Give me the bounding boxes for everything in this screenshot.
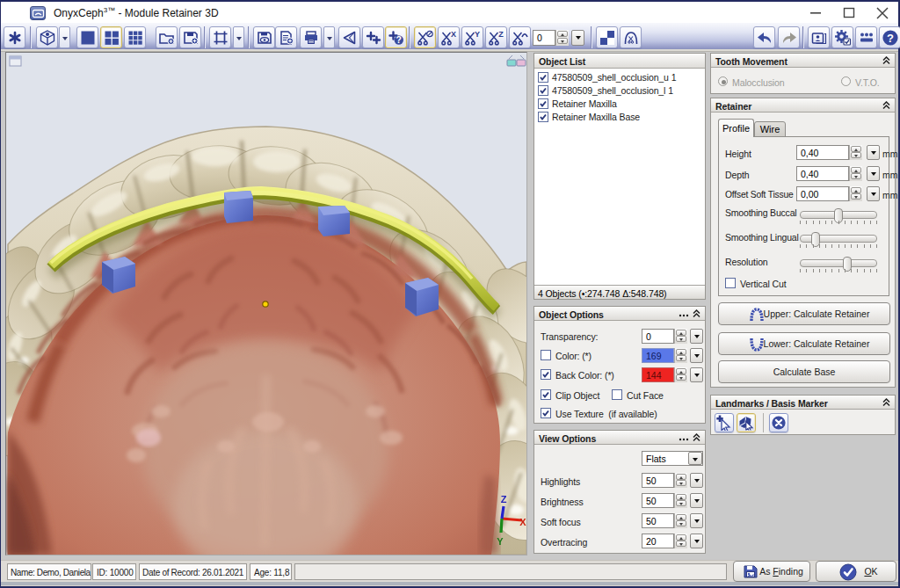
svg-text:Y: Y [474,30,479,39]
svg-text:Z: Z [498,30,504,39]
svg-text:Y: Y [497,536,504,547]
svg-text:X: X [450,30,455,39]
svg-text:?: ? [887,31,894,44]
svg-text:?: ? [396,34,401,45]
svg-text:X: X [519,517,526,527]
svg-text:Z: Z [501,494,507,505]
